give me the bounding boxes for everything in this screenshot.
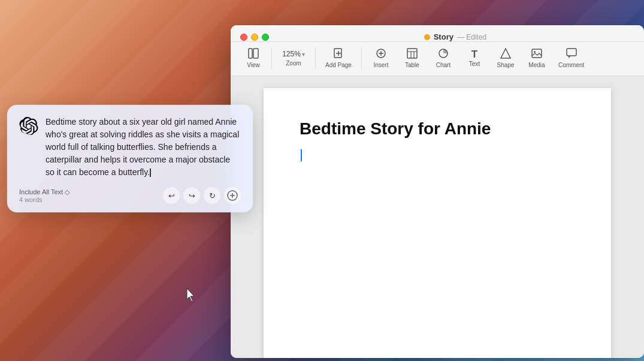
comment-button[interactable]: Comment xyxy=(554,46,589,71)
chart-icon xyxy=(438,48,449,61)
text-icon: T xyxy=(469,49,480,59)
table-button[interactable]: Table xyxy=(398,46,427,71)
shape-button[interactable]: Shape xyxy=(491,46,520,71)
view-button[interactable]: View xyxy=(240,46,267,71)
zoom-button[interactable]: 125% ▾ Zoom xyxy=(277,47,310,69)
view-label: View xyxy=(247,62,260,68)
svg-marker-13 xyxy=(501,49,510,58)
maximize-button[interactable] xyxy=(262,34,269,41)
document-title[interactable]: Bedtime Story for Annie xyxy=(300,118,575,140)
refresh-icon: ↻ xyxy=(209,191,216,200)
toolbar-divider-1 xyxy=(271,47,272,69)
text-cursor-line xyxy=(300,149,575,164)
document-area: Bedtime Story for Annie xyxy=(231,76,644,358)
title-bar: Story — Edited xyxy=(231,25,644,42)
view-icon xyxy=(248,48,259,61)
window-title: Story xyxy=(434,32,453,41)
svg-point-15 xyxy=(534,51,536,53)
svg-rect-8 xyxy=(407,49,417,58)
text-input-cursor xyxy=(150,169,151,177)
toolbar-divider-3 xyxy=(361,47,362,69)
svg-rect-0 xyxy=(249,49,252,58)
comment-label: Comment xyxy=(558,62,584,68)
text-button[interactable]: T Text xyxy=(460,47,489,70)
chart-label: Chart xyxy=(436,62,451,68)
toolbar: View 125% ▾ Zoom Add Page xyxy=(231,42,644,76)
title-bar-center: Story — Edited xyxy=(276,32,634,41)
close-button[interactable] xyxy=(240,34,247,41)
zoom-value: 125% ▾ xyxy=(282,50,305,58)
chart-button[interactable]: Chart xyxy=(429,46,458,71)
add-button[interactable] xyxy=(224,187,241,204)
svg-rect-14 xyxy=(532,49,542,58)
svg-rect-1 xyxy=(253,49,258,58)
svg-rect-16 xyxy=(567,49,576,56)
add-page-label: Add Page xyxy=(325,62,352,68)
minimize-button[interactable] xyxy=(251,34,258,41)
add-page-icon xyxy=(333,48,344,61)
media-button[interactable]: Media xyxy=(522,46,551,71)
media-label: Media xyxy=(528,62,545,68)
undo-icon: ↩ xyxy=(168,191,175,200)
toolbar-divider-2 xyxy=(315,47,316,69)
pages-window: Story — Edited View 125% ▾ Zoom xyxy=(231,25,644,358)
shape-label: Shape xyxy=(497,62,514,68)
add-icon xyxy=(227,190,238,201)
traffic-lights xyxy=(240,34,269,41)
insert-button[interactable]: Insert xyxy=(367,46,395,71)
undo-button[interactable]: ↩ xyxy=(163,187,180,204)
comment-icon xyxy=(566,48,577,61)
chatgpt-popup: Bedtime story about a six year old girl … xyxy=(7,105,253,212)
chatgpt-logo xyxy=(19,117,38,136)
footer-actions: ↩ ↪ ↻ xyxy=(163,187,241,204)
insert-label: Insert xyxy=(373,62,388,68)
include-text[interactable]: Include All Text ◇ xyxy=(19,188,69,196)
refresh-button[interactable]: ↻ xyxy=(204,187,220,204)
media-icon xyxy=(531,48,542,61)
table-icon xyxy=(407,48,418,61)
popup-footer: Include All Text ◇ 4 words ↩ ↪ ↻ xyxy=(19,187,241,204)
zoom-label: Zoom xyxy=(286,60,301,67)
popup-content: Bedtime story about a six year old girl … xyxy=(19,116,241,179)
insert-icon xyxy=(376,48,386,61)
popup-text: Bedtime story about a six year old girl … xyxy=(46,116,241,179)
redo-button[interactable]: ↪ xyxy=(183,187,200,204)
word-count: 4 words xyxy=(19,196,69,203)
redo-icon: ↪ xyxy=(189,191,195,200)
window-subtitle: — Edited xyxy=(457,33,486,41)
app-dot xyxy=(424,34,430,40)
document-page: Bedtime Story for Annie xyxy=(264,88,611,358)
footer-left: Include All Text ◇ 4 words xyxy=(19,188,69,203)
shape-icon xyxy=(500,48,511,61)
add-page-button[interactable]: Add Page xyxy=(321,46,356,71)
text-label: Text xyxy=(469,61,480,67)
table-label: Table xyxy=(405,62,419,68)
